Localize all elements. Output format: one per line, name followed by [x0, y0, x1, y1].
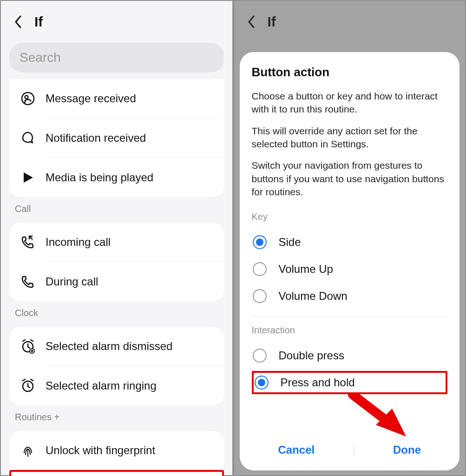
alarm-dismissed-icon — [18, 336, 38, 357]
list-item[interactable]: Unlock with fingerprint — [9, 431, 224, 470]
radio-volume-up[interactable]: Volume Up — [252, 256, 448, 283]
button-action-sheet: Button action Choose a button or key and… — [240, 52, 460, 470]
list-item-label: Unlock with fingerprint — [46, 444, 155, 457]
radio-label: Press and hold — [281, 376, 355, 389]
radio-icon — [253, 289, 267, 303]
list-card: Incoming call During call — [9, 223, 224, 301]
search-input[interactable]: Search — [9, 43, 224, 73]
list-item-label: During call — [46, 275, 98, 288]
radio-double-press[interactable]: Double press — [252, 342, 448, 369]
section-label: Clock — [1, 301, 232, 320]
radio-press-and-hold[interactable]: Press and hold — [252, 371, 448, 394]
list-item-label: Selected alarm ringing — [46, 379, 157, 392]
svg-point-1 — [25, 96, 28, 99]
media-playing-icon — [18, 167, 38, 188]
list-item-label: Notification received — [46, 132, 146, 145]
divider — [354, 443, 354, 456]
header: If — [1, 1, 232, 38]
list-card: Unlock with fingerprint — [9, 431, 224, 470]
list-item[interactable]: Incoming call — [9, 223, 224, 262]
list-item[interactable]: Media is being played — [9, 158, 224, 197]
page-title: If — [268, 14, 276, 30]
radio-icon — [255, 376, 269, 390]
radio-side[interactable]: Side — [252, 229, 448, 256]
list-item[interactable]: Message received — [9, 79, 224, 118]
page-title: If — [34, 14, 43, 30]
during-call-icon — [18, 271, 38, 292]
radio-icon — [253, 349, 267, 363]
divider — [252, 316, 448, 317]
sheet-description: Choose a button or key and how to intera… — [252, 90, 448, 116]
list-item[interactable]: Selected alarm ringing — [9, 366, 224, 405]
back-button[interactable] — [12, 15, 25, 28]
list-item[interactable]: Selected alarm dismissed — [9, 327, 224, 366]
header: If — [234, 1, 466, 38]
button-action-dialog-screen: If Button action Choose a button or key … — [233, 0, 466, 476]
message-received-icon — [18, 88, 38, 109]
condition-picker-screen: If Search Message received Notification … — [0, 0, 233, 476]
radio-label: Volume Down — [279, 290, 348, 303]
list-item[interactable]: Notification received — [9, 119, 224, 158]
dialog-buttons: Cancel Done — [252, 434, 448, 464]
list-card: Message received Notification received M… — [9, 79, 224, 197]
sheet-description: This will override any action set for th… — [252, 125, 448, 151]
done-button[interactable]: Done — [379, 439, 435, 461]
back-button[interactable] — [245, 15, 258, 28]
list-card: Selected alarm dismissed Selected alarm … — [9, 327, 224, 405]
sheet-description: Switch your navigation from gestures to … — [252, 159, 448, 198]
button-action-highlight: Button action — [9, 470, 224, 476]
incoming-call-icon — [18, 232, 38, 252]
notification-received-icon — [18, 128, 38, 148]
radio-volume-down[interactable]: Volume Down — [252, 283, 448, 310]
radio-label: Double press — [279, 349, 344, 362]
list-item-button-action[interactable]: Button action — [11, 473, 222, 476]
list-item-label: Message received — [46, 92, 136, 105]
section-label: Call — [1, 197, 232, 216]
radio-label: Side — [279, 236, 301, 249]
section-label-key: Key — [252, 212, 448, 222]
radio-icon — [253, 235, 267, 249]
section-label-interaction: Interaction — [252, 325, 448, 336]
cancel-button[interactable]: Cancel — [264, 439, 328, 461]
fingerprint-icon — [18, 440, 38, 461]
radio-icon — [253, 262, 267, 276]
section-label: Routines + — [1, 405, 232, 424]
list-item[interactable]: During call — [9, 262, 224, 301]
radio-label: Volume Up — [279, 263, 333, 276]
alarm-ringing-icon — [18, 376, 38, 396]
list-item-label: Incoming call — [46, 236, 111, 249]
list-item-label: Media is being played — [46, 171, 153, 184]
sheet-heading: Button action — [252, 65, 448, 79]
list-item-label: Selected alarm dismissed — [46, 340, 172, 353]
